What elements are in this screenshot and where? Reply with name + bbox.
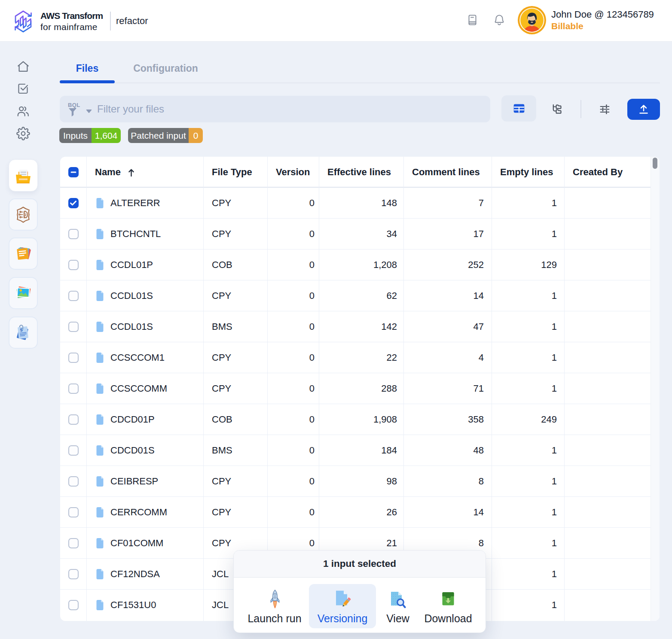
svg-text:$: $ — [20, 327, 23, 332]
